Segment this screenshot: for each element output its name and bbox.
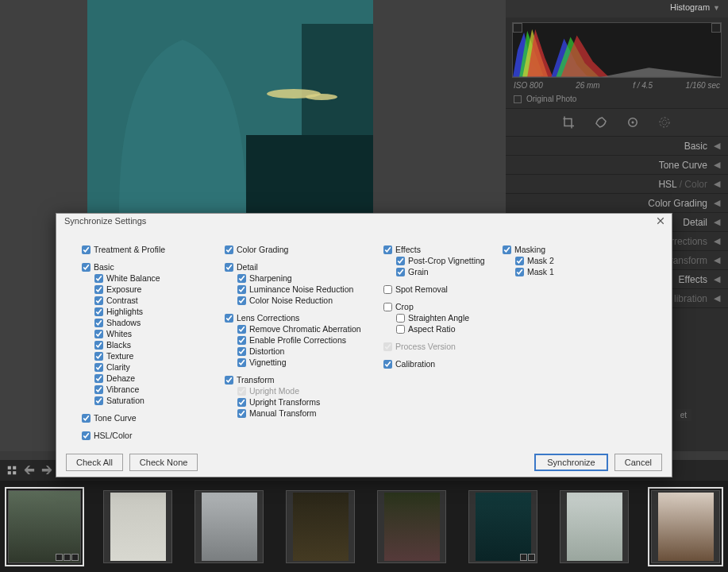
panel-label: Effects xyxy=(679,274,707,285)
chk-aspect-ratio[interactable]: Aspect Ratio xyxy=(396,323,503,334)
chk-straighten-angle[interactable]: Straighten Angle xyxy=(396,312,503,323)
chk-masking[interactable]: Masking xyxy=(503,244,614,255)
chk-color-grading[interactable]: Color Grading xyxy=(225,244,383,255)
thumbnail[interactable] xyxy=(103,490,172,563)
panel-tone-curve[interactable]: Tone Curve◀ xyxy=(506,156,728,175)
chk-white-balance[interactable]: White Balance xyxy=(94,272,217,284)
panel-label-color: Color xyxy=(684,179,707,190)
heal-tool-icon[interactable] xyxy=(594,115,608,129)
redeye-tool-icon[interactable] xyxy=(626,115,640,129)
chk-vignetting[interactable]: Vignetting xyxy=(237,357,383,368)
chk-effects[interactable]: Effects xyxy=(383,244,503,255)
chk-mask-2[interactable]: Mask 2 xyxy=(515,255,614,266)
svg-rect-12 xyxy=(13,471,16,474)
chk-manual-transform[interactable]: Manual Transform xyxy=(237,408,383,419)
original-photo-checkbox[interactable] xyxy=(514,95,522,103)
cancel-button[interactable]: Cancel xyxy=(614,454,662,471)
chk-upright-transforms[interactable]: Upright Transforms xyxy=(237,396,383,408)
chk-exposure[interactable]: Exposure xyxy=(94,284,217,295)
photo-preview[interactable] xyxy=(87,0,373,213)
chk-tone-curve[interactable]: Tone Curve xyxy=(82,412,217,423)
chk-treatment-profile[interactable]: Treatment & Profile xyxy=(82,244,217,255)
chk-dehaze[interactable]: Dehaze xyxy=(94,373,217,384)
chevron-left-icon: ◀ xyxy=(714,274,720,284)
dialog-column-2: Color Grading Detail Sharpening Luminanc… xyxy=(225,244,383,419)
chk-remove-ca[interactable]: Remove Chromatic Aberration xyxy=(237,323,383,334)
filmstrip[interactable] xyxy=(0,481,728,572)
synchronize-settings-dialog: Synchronize Settings Treatment & Profile… xyxy=(56,213,672,477)
chk-vibrance[interactable]: Vibrance xyxy=(94,384,217,395)
chk-upright-mode: Upright Mode xyxy=(237,385,383,396)
dialog-footer: Check All Check None Synchronize Cancel xyxy=(56,448,672,477)
chk-hsl-color[interactable]: HSL/Color xyxy=(82,430,217,441)
crop-tool-icon[interactable] xyxy=(562,115,576,129)
chk-color-nr[interactable]: Color Noise Reduction xyxy=(237,295,383,306)
chk-detail[interactable]: Detail xyxy=(225,261,383,272)
original-photo-row[interactable]: Original Photo xyxy=(506,91,728,109)
thumbnail[interactable] xyxy=(286,490,355,563)
chk-contrast[interactable]: Contrast xyxy=(94,295,217,306)
thumbnail[interactable] xyxy=(377,490,446,563)
dialog-column-1: Treatment & Profile Basic White Balance … xyxy=(82,244,217,441)
next-photo-icon[interactable]: 🡲 xyxy=(41,464,52,477)
panel-basic[interactable]: Basic◀ xyxy=(506,137,728,156)
chk-post-crop-vignetting[interactable]: Post-Crop Vignetting xyxy=(396,255,503,266)
chevron-down-icon: ▼ xyxy=(713,4,720,12)
chk-spot-removal[interactable]: Spot Removal xyxy=(383,284,503,295)
dialog-column-4: Masking Mask 2 Mask 1 xyxy=(503,244,614,277)
svg-rect-9 xyxy=(8,466,11,470)
meta-aperture: f / 4.5 xyxy=(633,81,653,90)
panel-label-hsl: HSL xyxy=(658,179,676,190)
chk-texture[interactable]: Texture xyxy=(94,350,217,361)
chk-calibration[interactable]: Calibration xyxy=(383,358,503,369)
chk-sharpening[interactable]: Sharpening xyxy=(237,272,383,284)
chk-process-version: Process Version xyxy=(383,341,503,352)
svg-point-8 xyxy=(660,118,669,127)
dialog-body: Treatment & Profile Basic White Balance … xyxy=(56,231,672,450)
thumbnail[interactable] xyxy=(8,490,81,563)
panel-label: libration xyxy=(674,293,707,304)
svg-point-6 xyxy=(632,122,634,124)
thumbnail[interactable] xyxy=(468,490,537,563)
check-all-button[interactable]: Check All xyxy=(66,454,123,471)
meta-shutter: 1/160 sec xyxy=(686,81,720,90)
check-none-button[interactable]: Check None xyxy=(129,454,198,471)
chk-basic[interactable]: Basic xyxy=(82,261,217,272)
panel-hsl-color[interactable]: HSL / Color◀ xyxy=(506,175,728,194)
chevron-left-icon: ◀ xyxy=(714,141,720,151)
chk-crop[interactable]: Crop xyxy=(383,301,503,312)
panel-color-grading[interactable]: Color Grading◀ xyxy=(506,194,728,213)
chk-lens-corrections[interactable]: Lens Corrections xyxy=(225,312,383,323)
close-button[interactable] xyxy=(654,216,667,229)
dialog-title: Synchronize Settings xyxy=(64,216,146,226)
chk-saturation[interactable]: Saturation xyxy=(94,395,217,406)
chk-grain[interactable]: Grain xyxy=(396,266,503,277)
chk-highlights[interactable]: Highlights xyxy=(94,306,217,317)
chevron-left-icon: ◀ xyxy=(714,217,720,227)
thumbnail[interactable] xyxy=(560,490,629,563)
synchronize-button[interactable]: Synchronize xyxy=(534,454,608,471)
mask-tool-icon[interactable] xyxy=(657,115,672,129)
meta-iso: ISO 800 xyxy=(514,81,543,90)
grid-view-icon[interactable] xyxy=(6,465,17,476)
dialog-column-3: Effects Post-Crop Vignetting Grain Spot … xyxy=(383,244,503,369)
tool-strip xyxy=(506,109,728,137)
prev-photo-icon[interactable]: 🡰 xyxy=(24,464,35,477)
svg-rect-10 xyxy=(13,466,16,470)
chk-blacks[interactable]: Blacks xyxy=(94,339,217,350)
histogram-panel-header[interactable]: Histogram▼ xyxy=(506,0,728,17)
chevron-left-icon: ◀ xyxy=(714,198,720,208)
panel-label: Color Grading xyxy=(648,198,707,209)
chk-enable-profile[interactable]: Enable Profile Corrections xyxy=(237,334,383,346)
chk-shadows[interactable]: Shadows xyxy=(94,317,217,328)
thumbnail[interactable] xyxy=(651,490,720,563)
chk-whites[interactable]: Whites xyxy=(94,328,217,339)
chk-luminance-nr[interactable]: Luminance Noise Reduction xyxy=(237,284,383,295)
chk-clarity[interactable]: Clarity xyxy=(94,361,217,373)
chk-mask-1[interactable]: Mask 1 xyxy=(515,266,614,277)
histogram-display[interactable] xyxy=(512,22,722,78)
chevron-left-icon: ◀ xyxy=(714,160,720,170)
chk-distortion[interactable]: Distortion xyxy=(237,346,383,357)
thumbnail[interactable] xyxy=(195,490,264,563)
chk-transform[interactable]: Transform xyxy=(225,374,383,385)
